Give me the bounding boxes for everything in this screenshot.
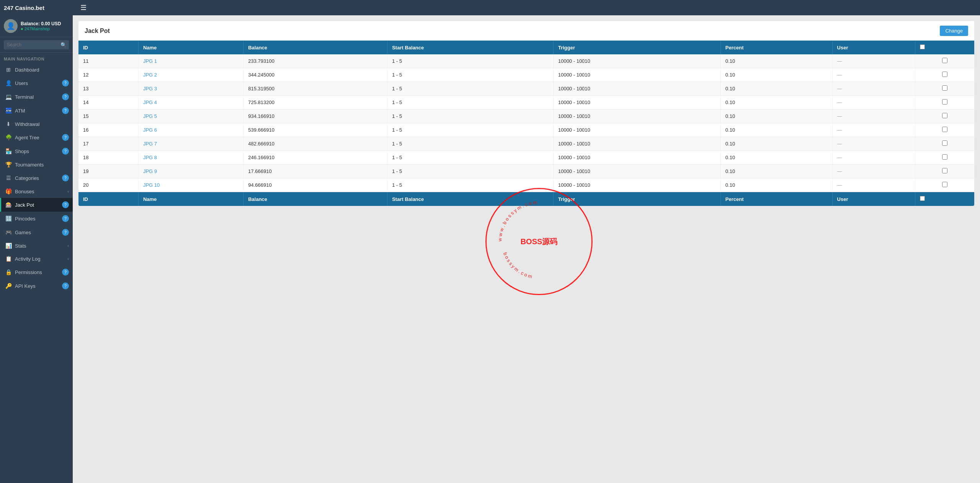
- sidebar-label-bonuses: Bonuses: [15, 189, 34, 194]
- row-checkbox-2[interactable]: [942, 85, 947, 91]
- row-checkbox-8[interactable]: [942, 168, 947, 173]
- col-header-2: Balance: [243, 41, 387, 54]
- badge-agent-tree: ?: [62, 134, 69, 141]
- row-checkbox-1[interactable]: [942, 72, 947, 77]
- sidebar-item-shops[interactable]: 🏪Shops?: [0, 144, 73, 158]
- change-button[interactable]: Change: [940, 26, 968, 36]
- row-checkbox-0[interactable]: [942, 58, 947, 63]
- jackpot-icon: 🎰: [5, 202, 12, 208]
- badge-permissions: ?: [62, 269, 69, 276]
- cell-start_balance-3: 1 - 5: [387, 96, 554, 109]
- col-header-0: ID: [78, 41, 138, 54]
- sidebar-item-tournaments[interactable]: 🏆Tournaments: [0, 158, 73, 171]
- cell-name-6[interactable]: JPG 7: [138, 137, 243, 151]
- cell-name-7[interactable]: JPG 8: [138, 151, 243, 165]
- arrow-activity-log: ‹: [67, 256, 69, 261]
- sidebar-item-games[interactable]: 🎮Games?: [0, 225, 73, 239]
- sidebar-label-permissions: Permissions: [15, 269, 42, 275]
- cell-name-0[interactable]: JPG 1: [138, 54, 243, 68]
- row-checkbox-cell-9[interactable]: [915, 178, 974, 192]
- cell-name-8[interactable]: JPG 9: [138, 165, 243, 178]
- row-checkbox-cell-8[interactable]: [915, 165, 974, 178]
- sidebar-item-dashboard[interactable]: ⊞Dashboard: [0, 63, 73, 76]
- sidebar-item-jackpot[interactable]: 🎰Jack Pot?: [0, 198, 73, 212]
- withdrawal-icon: ⬇: [5, 121, 12, 127]
- page-title: Jack Pot: [85, 28, 110, 34]
- sidebar-label-api-keys: API Keys: [15, 283, 35, 289]
- table-body: 11JPG 1233.7931001 - 510000 - 100100.10—…: [78, 54, 974, 192]
- row-checkbox-cell-6[interactable]: [915, 137, 974, 151]
- sidebar-user-info: 👤 Balance: 0.00 USD ● 247Mainshop: [0, 15, 73, 37]
- col-header-7[interactable]: [915, 41, 974, 54]
- row-checkbox-9[interactable]: [942, 182, 947, 187]
- online-dot: ●: [21, 26, 23, 31]
- sidebar-item-withdrawal[interactable]: ⬇Withdrawal: [0, 117, 73, 131]
- cell-start_balance-6: 1 - 5: [387, 137, 554, 151]
- row-checkbox-cell-7[interactable]: [915, 151, 974, 165]
- sidebar-item-terminal[interactable]: 💻Terminal?: [0, 90, 73, 104]
- cell-trigger-5: 10000 - 10010: [553, 123, 720, 137]
- select-all-checkbox[interactable]: [920, 44, 925, 49]
- cell-name-3[interactable]: JPG 4: [138, 96, 243, 109]
- cell-name-9[interactable]: JPG 10: [138, 178, 243, 192]
- col-header-1: Name: [138, 41, 243, 54]
- footer-cell-0: ID: [78, 192, 138, 206]
- cell-name-2[interactable]: JPG 3: [138, 82, 243, 96]
- sidebar-item-api-keys[interactable]: 🔑API Keys?: [0, 279, 73, 293]
- footer-cell-7[interactable]: [915, 192, 974, 206]
- row-checkbox-7[interactable]: [942, 154, 947, 160]
- row-checkbox-cell-3[interactable]: [915, 96, 974, 109]
- row-checkbox-cell-2[interactable]: [915, 82, 974, 96]
- cell-balance-2: 815.319500: [243, 82, 387, 96]
- badge-shops: ?: [62, 148, 69, 155]
- row-checkbox-cell-4[interactable]: [915, 109, 974, 123]
- col-header-4: Trigger: [553, 41, 720, 54]
- row-checkbox-cell-5[interactable]: [915, 123, 974, 137]
- cell-name-5[interactable]: JPG 6: [138, 123, 243, 137]
- badge-api-keys: ?: [62, 282, 69, 289]
- sidebar-item-bonuses[interactable]: 🎁Bonuses‹: [0, 185, 73, 198]
- atm-icon: 🏧: [5, 108, 12, 114]
- footer-select-all-checkbox[interactable]: [920, 196, 925, 201]
- cell-name-1[interactable]: JPG 2: [138, 68, 243, 82]
- layout: 👤 Balance: 0.00 USD ● 247Mainshop 🔍 MAIN…: [0, 15, 980, 483]
- badge-pincodes: ?: [62, 215, 69, 222]
- row-checkbox-cell-1[interactable]: [915, 68, 974, 82]
- cell-user-1: —: [832, 68, 915, 82]
- sidebar-item-permissions[interactable]: 🔒Permissions?: [0, 265, 73, 279]
- sidebar-item-pincodes[interactable]: 🔢Pincodes?: [0, 212, 73, 225]
- sidebar-label-withdrawal: Withdrawal: [15, 121, 39, 127]
- cell-balance-0: 233.793100: [243, 54, 387, 68]
- search-input[interactable]: [4, 40, 69, 49]
- menu-toggle-button[interactable]: ☰: [77, 3, 90, 12]
- avatar: 👤: [4, 19, 18, 33]
- cell-id-0: 11: [78, 54, 138, 68]
- cell-percent-8: 0.10: [720, 165, 832, 178]
- sidebar-item-categories[interactable]: ☰Categories?: [0, 171, 73, 185]
- sidebar-item-agent-tree[interactable]: 🌳Agent Tree?: [0, 131, 73, 144]
- row-checkbox-3[interactable]: [942, 99, 947, 104]
- sidebar-item-stats[interactable]: 📊Stats‹: [0, 239, 73, 252]
- cell-percent-6: 0.10: [720, 137, 832, 151]
- sidebar-label-users: Users: [15, 80, 28, 86]
- sidebar-item-atm[interactable]: 🏧ATM?: [0, 104, 73, 117]
- table-row: 16JPG 6539.6669101 - 510000 - 100100.10—: [78, 123, 974, 137]
- cell-name-4[interactable]: JPG 5: [138, 109, 243, 123]
- row-checkbox-5[interactable]: [942, 127, 947, 132]
- row-checkbox-cell-0[interactable]: [915, 54, 974, 68]
- cell-start_balance-0: 1 - 5: [387, 54, 554, 68]
- cell-user-8: —: [832, 165, 915, 178]
- stats-icon: 📊: [5, 243, 12, 249]
- cell-percent-7: 0.10: [720, 151, 832, 165]
- row-checkbox-4[interactable]: [942, 113, 947, 118]
- cell-balance-4: 934.166910: [243, 109, 387, 123]
- cell-start_balance-1: 1 - 5: [387, 68, 554, 82]
- row-checkbox-6[interactable]: [942, 140, 947, 146]
- cell-trigger-2: 10000 - 10010: [553, 82, 720, 96]
- cell-trigger-4: 10000 - 10010: [553, 109, 720, 123]
- games-icon: 🎮: [5, 229, 12, 235]
- badge-categories: ?: [62, 175, 69, 181]
- sidebar-label-pincodes: Pincodes: [15, 216, 35, 222]
- sidebar-item-activity-log[interactable]: 📋Activity Log‹: [0, 252, 73, 265]
- sidebar-item-users[interactable]: 👤Users?: [0, 76, 73, 90]
